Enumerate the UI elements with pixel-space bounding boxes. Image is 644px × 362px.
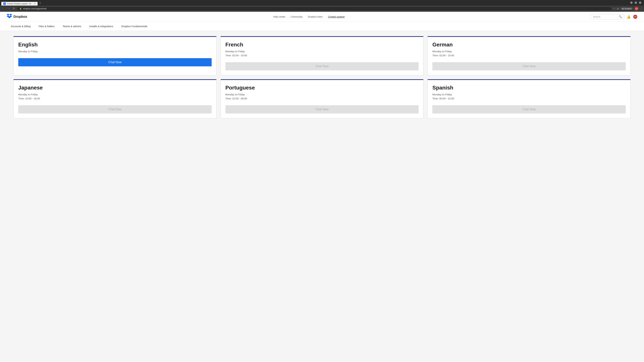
incognito-icon: 🕵 <box>622 8 624 9</box>
address-bar[interactable]: 🔒 dropbox.com/support/chat <box>17 7 612 11</box>
language-card-french: French Monday to Friday Time: 02:00 - 10… <box>220 36 424 75</box>
nav-help-center[interactable]: Help center <box>273 15 286 18</box>
language-title: Japanese <box>18 85 212 91</box>
language-title: German <box>432 41 626 48</box>
schedule-time: Time: 10:00 - 18:00 <box>18 96 212 100</box>
main-content: English Monday to Friday Chat Now French… <box>0 31 644 128</box>
incognito-label: Incognito <box>624 8 632 9</box>
dropbox-logo-icon <box>7 14 12 19</box>
schedule-days: Monday to Friday <box>226 92 419 96</box>
forward-button[interactable]: → <box>7 6 11 11</box>
schedule-days: Monday to Friday <box>18 49 212 53</box>
header-right: Search 🔍 🔔 LD <box>591 14 637 19</box>
cat-installs-integrations[interactable]: Installs & integrations <box>85 22 117 31</box>
search-placeholder-text: Search <box>593 15 617 18</box>
notification-icon[interactable]: 🔔 <box>627 15 630 18</box>
chat-now-button-french: Chat Now <box>226 62 419 70</box>
active-tab[interactable]: D Contact Dropbox support - Dr... ✕ <box>1 2 38 5</box>
nav-dropbox-learn[interactable]: Dropbox learn <box>308 15 323 18</box>
schedule-days: Monday to Friday <box>432 49 626 53</box>
cat-accounts-billing[interactable]: Accounts & billing <box>7 22 34 31</box>
star-icon[interactable]: ☆ <box>613 7 615 10</box>
logo-text: Dropbox <box>14 15 27 18</box>
schedule-days: Monday to Friday <box>18 92 212 96</box>
incognito-badge: 🕵 Incognito <box>620 7 633 10</box>
new-tab-button[interactable]: + <box>38 1 42 5</box>
browser-tabs: D Contact Dropbox support - Dr... ✕ + <box>1 1 629 5</box>
language-card-german: German Monday to Friday Time: 02:00 - 10… <box>428 36 630 75</box>
schedule-time: Time: 02:00 - 10:00 <box>432 53 626 57</box>
chat-now-button-german: Chat Now <box>432 62 626 70</box>
tab-title: Contact Dropbox support - Dr... <box>7 3 32 5</box>
language-cards-top: English Monday to Friday Chat Now French… <box>14 36 630 75</box>
language-card-japanese: Japanese Monday to Friday Time: 10:00 - … <box>14 79 216 118</box>
language-title: French <box>226 41 419 48</box>
chat-now-button-spanish: Chat Now <box>432 105 626 113</box>
close-button[interactable] <box>639 1 641 4</box>
search-icon[interactable]: 🔍 <box>619 15 622 18</box>
extension-icon[interactable]: ⧉ <box>617 7 619 10</box>
language-card-english: English Monday to Friday Chat Now <box>14 36 216 75</box>
cat-files-folders[interactable]: Files & folders <box>34 22 58 31</box>
schedule-info: Monday to Friday Time: 22:00 - 06:00 <box>226 92 419 100</box>
schedule-info: Monday to Friday <box>18 49 212 53</box>
schedule-info: Monday to Friday Time: 02:00 - 10:00 <box>432 49 626 57</box>
category-nav: Accounts & billing Files & folders Teams… <box>0 22 644 31</box>
schedule-days: Monday to Friday <box>432 92 626 96</box>
maximize-button[interactable] <box>634 1 637 4</box>
language-title: Spanish <box>432 85 626 91</box>
schedule-days: Monday to Friday <box>226 49 419 53</box>
chat-now-button-portuguese: Chat Now <box>226 105 419 113</box>
nav-contact-support[interactable]: Contact support <box>328 15 345 18</box>
tab-close-button[interactable]: ✕ <box>34 2 36 5</box>
browser-top-bar: D Contact Dropbox support - Dr... ✕ + <box>0 0 644 5</box>
browser-toolbar: ← → ↻ 🔒 dropbox.com/support/chat ☆ ⧉ 🕵 I… <box>0 5 644 12</box>
cat-dropbox-fundamentals[interactable]: Dropbox Fundamentals <box>117 22 152 31</box>
schedule-time: Time: 02:00 - 10:00 <box>226 53 419 57</box>
tab-favicon: D <box>3 2 6 5</box>
page-wrapper: Dropbox Help center Community Dropbox le… <box>0 12 644 360</box>
chat-now-button-english[interactable]: Chat Now <box>18 58 212 66</box>
menu-icon[interactable]: ⋮ <box>640 7 643 10</box>
back-button[interactable]: ← <box>1 6 5 11</box>
language-card-spanish: Spanish Monday to Friday Time: 00:00 - 1… <box>428 79 630 118</box>
schedule-time: Time: 22:00 - 06:00 <box>226 96 419 100</box>
toolbar-icons: ☆ ⧉ 🕵 Incognito LD ⋮ <box>613 7 643 11</box>
schedule-info: Monday to Friday Time: 02:00 - 10:00 <box>226 49 419 57</box>
lock-icon: 🔒 <box>20 7 22 10</box>
window-controls <box>629 1 643 5</box>
main-nav: Help center Community Dropbox learn Cont… <box>273 15 345 18</box>
schedule-info: Monday to Friday Time: 10:00 - 18:00 <box>18 92 212 100</box>
user-avatar[interactable]: LD <box>634 7 638 11</box>
site-header: Dropbox Help center Community Dropbox le… <box>0 12 644 22</box>
url-text: dropbox.com/support/chat <box>23 7 46 10</box>
language-cards-bottom: Japanese Monday to Friday Time: 10:00 - … <box>14 79 630 118</box>
schedule-info: Monday to Friday Time: 00:00 - 15:00 <box>432 92 626 100</box>
language-card-portuguese: Portuguese Monday to Friday Time: 22:00 … <box>220 79 424 118</box>
schedule-time: Time: 00:00 - 15:00 <box>432 96 626 100</box>
user-initials: LD <box>635 8 638 9</box>
search-box[interactable]: Search 🔍 <box>591 14 624 19</box>
language-title: English <box>18 41 212 48</box>
header-avatar[interactable]: LD <box>633 15 637 19</box>
language-title: Portuguese <box>226 85 419 91</box>
reload-button[interactable]: ↻ <box>12 6 16 11</box>
minimize-button[interactable] <box>630 1 632 4</box>
cat-teams-admins[interactable]: Teams & admins <box>58 22 85 31</box>
nav-community[interactable]: Community <box>291 15 302 18</box>
chat-now-button-japanese: Chat Now <box>18 105 212 113</box>
logo-area: Dropbox <box>7 14 27 19</box>
header-user-initials: LD <box>634 16 636 17</box>
